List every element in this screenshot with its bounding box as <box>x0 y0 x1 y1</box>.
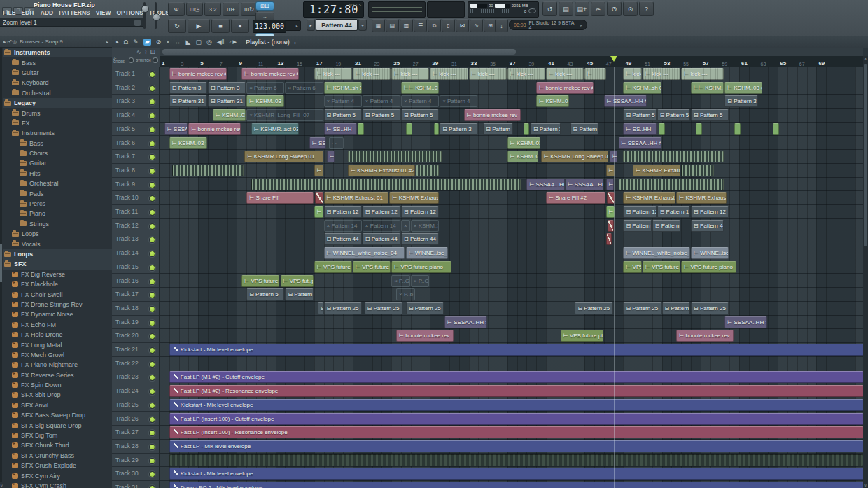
timeline-ruler[interactable]: 1357911131517192123252729313335373941434… <box>160 56 863 68</box>
clip[interactable]: ⊟ Pattern 5 <box>324 109 362 121</box>
track-enable-dot[interactable] <box>149 417 155 423</box>
clip[interactable] <box>172 165 244 176</box>
remote-icon[interactable]: ∿ <box>470 19 483 32</box>
scroll-down-icon[interactable]: ∨ <box>0 483 3 488</box>
clip[interactable]: ⊢⊢ KSHM..03 #7 <box>691 82 724 94</box>
clip[interactable]: ⊢ KSHMR..act 03 <box>251 123 299 135</box>
menu-file[interactable]: FILE <box>3 9 15 16</box>
track-enable-dot[interactable] <box>149 485 155 488</box>
mute-tool-icon[interactable]: × <box>166 39 169 46</box>
browser-folder-instruments[interactable]: Instruments <box>3 128 112 138</box>
clip[interactable]: ⊢ bonnie mckee rev #3 <box>169 68 227 80</box>
browser-folder-piano[interactable]: Piano <box>3 209 112 218</box>
audio-view-icon[interactable]: ∿ <box>136 49 141 55</box>
clip[interactable]: ⊢ KSHMR Long Sweep 01 <box>541 151 608 162</box>
browser-file-fx-spin-down[interactable]: FX Spin Down <box>3 380 112 390</box>
clip[interactable]: ⊢ <box>327 151 335 162</box>
clip[interactable]: ⊢ VPS fut..piano <box>281 275 314 287</box>
browser-folder-guitar[interactable]: Guitar <box>3 158 112 168</box>
browser-file-fx-reverse-series[interactable]: FX Reverse Series <box>3 370 112 380</box>
clip[interactable]: ⊢ Snare Fill <box>246 192 314 204</box>
clip[interactable] <box>251 179 521 190</box>
clip[interactable]: ⊢ KSHM..03 #5 <box>507 137 540 149</box>
track-enable-dot[interactable] <box>149 265 155 271</box>
clip[interactable]: ⊟ Pattern 12 <box>363 206 400 218</box>
playlist-window-icon[interactable]: ▦ <box>372 19 385 32</box>
browser-file-fx-choir-swell[interactable]: FX Choir Swell <box>3 289 112 299</box>
clip[interactable]: ⊟ Pattern 25 <box>365 302 402 314</box>
clip[interactable]: × Pattern 4 <box>363 95 400 107</box>
track-header-9[interactable]: Track 9 <box>112 178 159 192</box>
track-header-31[interactable]: Track 31 <box>112 481 159 488</box>
clip[interactable]: ⊢ SSSAA..HH #2 <box>444 316 487 328</box>
ramp-tool-icon[interactable]: ◣ <box>186 39 191 46</box>
track-header-10[interactable]: Track 10 <box>112 191 159 205</box>
track-enable-dot[interactable] <box>149 141 155 147</box>
track-enable-dot[interactable] <box>149 223 155 230</box>
browser-file-fx-blackhole[interactable]: FX Blackhole <box>3 279 112 289</box>
clip[interactable]: ⊟ Pattern 25 <box>623 302 661 314</box>
clip[interactable]: ⊟ Pattern 3 <box>570 123 598 135</box>
play-button[interactable]: ▶ <box>188 19 210 33</box>
browser-file-fx-mech-growl[interactable]: FX Mech Growl <box>3 350 112 360</box>
mic-icon[interactable]: ʘ <box>607 1 622 16</box>
browser-file-sfx-big-tom[interactable]: SFX Big Tom <box>3 431 112 440</box>
clip[interactable]: ⊢ SSSAA..HH #2 <box>604 95 647 107</box>
download-button[interactable]: ↓ <box>495 19 508 32</box>
browser-file-sfx-8bit-drop[interactable]: SFX 8bit Drop <box>3 390 112 400</box>
clip[interactable]: ⊢ VPS fu <box>623 261 642 273</box>
track-header-18[interactable]: Track 18 <box>112 302 159 316</box>
pattern-add-button[interactable]: + <box>358 19 367 31</box>
clip[interactable]: ⊟ Pattern 5 <box>246 288 284 300</box>
clip[interactable]: ⊢ kick --- <box>681 68 724 80</box>
clip[interactable]: ⊢ bonnie mckee rev <box>188 123 241 135</box>
record-button[interactable]: ● <box>231 19 249 33</box>
clip[interactable]: ⊟ Pattern 44 <box>652 220 680 232</box>
clip[interactable]: ⊢ VPS future pi <box>643 261 680 273</box>
clip[interactable] <box>524 123 528 135</box>
clip[interactable]: × F <box>401 220 410 232</box>
browser-folder-percs[interactable]: Percs <box>3 199 112 209</box>
clip[interactable] <box>358 123 364 135</box>
loop-record-button[interactable]: ↻ <box>168 19 186 33</box>
clip[interactable]: ⊢⊢ KSHM..03 #7 <box>401 82 439 94</box>
pattern-display[interactable]: Pattern 44 <box>316 19 358 31</box>
clip[interactable]: × Pattern 14 <box>363 220 400 232</box>
browser-folder-fx[interactable]: FX <box>3 118 112 128</box>
track-header-26[interactable]: Track 26 <box>112 412 159 426</box>
browser-folder-keyboard[interactable]: Keyboard <box>3 78 112 88</box>
clip[interactable]: ⊟ Pattern 5 <box>285 288 313 300</box>
clip[interactable]: ⊟ Pattern 3 <box>483 123 513 135</box>
clip[interactable]: ⊟ Pattern 44 <box>623 220 651 232</box>
clip[interactable]: × Pattern 4 <box>440 95 477 107</box>
track-enable-dot[interactable] <box>149 251 155 257</box>
track-enable-dot[interactable] <box>149 403 155 409</box>
clip[interactable]: ⊢ VPS future piano <box>681 261 736 273</box>
clip[interactable] <box>659 123 665 135</box>
clip[interactable]: × P..Gb <box>391 275 410 287</box>
browser-file-sfx-crunchy-bass[interactable]: SFX Crunchy Bass <box>3 451 112 461</box>
browser-file-sfx-crush-explode[interactable]: SFX Crush Explode <box>3 461 112 470</box>
clip[interactable]: ⊢ Snare Fill #2 <box>546 192 606 204</box>
track-header-19[interactable]: Track 19 <box>112 316 159 330</box>
version-display[interactable]: 08:03 FL Studio 12 9 BETA 4 ▸ <box>509 20 587 30</box>
automation-clip[interactable]: Fast LP (Insert 100) - Cutoff envelope <box>169 413 863 425</box>
track-enable-dot[interactable] <box>149 458 155 464</box>
browser-file-fx-echo-fm[interactable]: FX Echo FM <box>3 320 112 330</box>
clip[interactable]: ⊟ Pattern 31 <box>169 95 207 107</box>
browser-folder-instruments[interactable]: Instruments <box>3 48 112 57</box>
track-header-3[interactable]: Track 3 <box>112 95 159 109</box>
clip[interactable]: ⊢ KSHMR Exhaust 01 #2 <box>389 192 439 204</box>
track-enable-dot[interactable] <box>149 361 155 368</box>
clip[interactable] <box>348 151 442 162</box>
clip[interactable]: ⊟ Pattern 44 <box>691 220 724 232</box>
browser-file-sfx-chunk-thud[interactable]: SFX Chunk Thud <box>3 440 112 450</box>
track-enable-dot[interactable] <box>149 306 155 312</box>
browser-file-sfx-big-square-drop[interactable]: SFX Big Square Drop <box>3 420 112 430</box>
clip[interactable]: ⊢ bonnie mckee rev <box>676 330 734 342</box>
clip[interactable]: ⊢ kick --- <box>643 68 680 80</box>
clip[interactable]: ⊟ Pattern 5 <box>691 109 729 121</box>
stop-button[interactable]: ■ <box>211 19 230 33</box>
track-header-27[interactable]: Track 27 <box>112 426 159 440</box>
tempo-display[interactable]: 123.000 <box>253 20 286 33</box>
